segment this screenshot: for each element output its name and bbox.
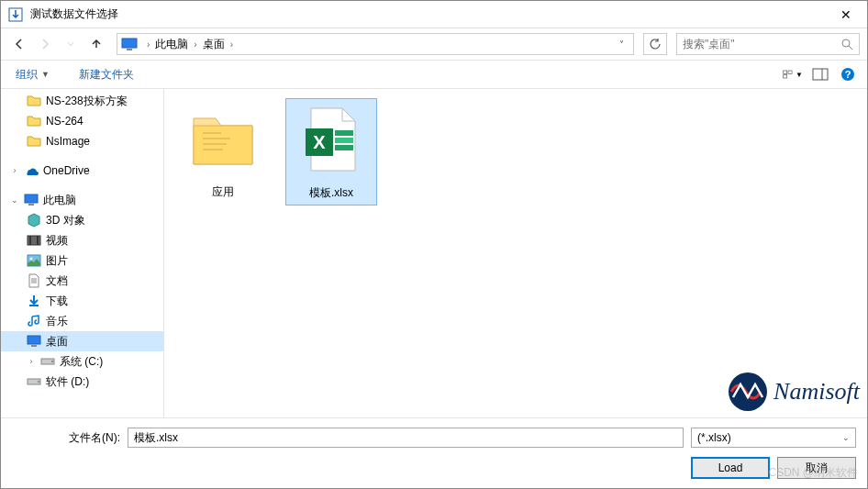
svg-rect-15: [37, 236, 39, 245]
view-mode-button[interactable]: ▼: [783, 65, 803, 83]
tree-item[interactable]: NS-264: [1, 111, 163, 131]
footer: 文件名(N): (*.xlsx)⌄ Load 取消: [1, 417, 867, 489]
svg-point-29: [729, 372, 767, 411]
drive-icon: [27, 374, 41, 389]
nav-bar: › 此电脑 › 桌面 › ˅: [1, 28, 867, 60]
main-area: NS-238投标方案 NS-264 NsImage ›OneDrive ⌄此电脑…: [1, 89, 867, 417]
window-title: 测试数据文件选择: [30, 6, 832, 22]
tree-item-documents[interactable]: 文档: [1, 271, 163, 291]
breadcrumb[interactable]: › 此电脑 › 桌面 › ˅: [117, 33, 634, 55]
expand-icon: ›: [10, 166, 19, 175]
brand-logo-icon: [728, 372, 768, 412]
tree-item-downloads[interactable]: 下载: [1, 291, 163, 311]
help-button[interactable]: ?: [838, 65, 858, 83]
svg-rect-14: [29, 236, 31, 245]
tree-onedrive[interactable]: ›OneDrive: [1, 161, 163, 181]
music-icon: [27, 314, 41, 328]
svg-text:?: ?: [845, 69, 851, 80]
document-icon: [27, 273, 41, 288]
search-input[interactable]: [683, 38, 840, 50]
filetype-filter[interactable]: (*.xlsx)⌄: [691, 428, 856, 448]
new-folder-button[interactable]: 新建文件夹: [73, 65, 139, 84]
svg-rect-7: [813, 69, 828, 80]
sidebar: NS-238投标方案 NS-264 NsImage ›OneDrive ⌄此电脑…: [1, 89, 164, 417]
svg-rect-1: [122, 39, 137, 48]
tree-item-drive-c[interactable]: ›系统 (C:): [1, 351, 163, 372]
tree-item-3d[interactable]: 3D 对象: [1, 210, 163, 230]
excel-icon: X: [295, 103, 368, 176]
svg-text:X: X: [313, 132, 326, 152]
chevron-right-icon: ›: [143, 39, 153, 50]
svg-rect-18: [28, 336, 40, 344]
svg-rect-6: [784, 75, 787, 78]
download-icon: [27, 294, 41, 308]
tree-item-music[interactable]: 音乐: [1, 311, 163, 331]
svg-rect-12: [28, 204, 34, 206]
tree-item[interactable]: NS-238投标方案: [1, 91, 163, 111]
title-bar: 测试数据文件选择 ✕: [1, 1, 867, 28]
up-button[interactable]: [85, 33, 107, 55]
recent-dropdown[interactable]: [60, 33, 82, 55]
svg-rect-4: [784, 71, 787, 73]
svg-rect-19: [31, 345, 37, 347]
collapse-icon: ⌄: [10, 195, 19, 205]
svg-rect-26: [335, 130, 353, 136]
svg-rect-27: [335, 138, 353, 143]
desktop-icon: [27, 334, 41, 349]
filename-input[interactable]: [128, 428, 684, 448]
svg-rect-11: [25, 194, 38, 203]
folder-icon: [186, 102, 260, 175]
csdn-watermark: CSDN @纳米软件: [768, 465, 858, 481]
file-pane[interactable]: 应用 X 模板.xlsx Namisoft: [164, 89, 867, 417]
svg-point-3: [842, 39, 850, 47]
toolbar: 组织 ▼ 新建文件夹 ▼ ?: [1, 60, 867, 89]
crumb-loc[interactable]: 桌面: [201, 37, 227, 52]
file-label: 模板.xlsx: [290, 185, 373, 201]
brand-text: Namisoft: [773, 378, 860, 406]
crumb-root[interactable]: 此电脑: [153, 37, 190, 52]
forward-button[interactable]: [34, 33, 56, 55]
tree-item-videos[interactable]: 视频: [1, 230, 163, 250]
search-icon: [840, 38, 853, 50]
chevron-right-icon: ›: [190, 39, 200, 50]
preview-pane-button[interactable]: [810, 65, 830, 83]
close-button[interactable]: ✕: [832, 7, 860, 22]
tree-item-pictures[interactable]: 图片: [1, 250, 163, 271]
file-item-xlsx[interactable]: X 模板.xlsx: [285, 98, 377, 206]
tree-item[interactable]: NsImage: [1, 131, 163, 151]
monitor-icon: [121, 38, 138, 50]
tree-item-drive-d[interactable]: 软件 (D:): [1, 372, 163, 392]
video-icon: [27, 233, 41, 248]
chevron-right-icon: ›: [227, 39, 237, 50]
folder-icon: [27, 134, 41, 149]
organize-button[interactable]: 组织 ▼: [10, 65, 55, 84]
folder-icon: [27, 114, 41, 128]
svg-rect-5: [788, 71, 792, 73]
tree-item-desktop[interactable]: 桌面: [1, 331, 163, 351]
onedrive-icon: [24, 163, 39, 178]
svg-point-17: [30, 258, 33, 261]
svg-rect-28: [335, 145, 353, 150]
back-button[interactable]: [8, 33, 30, 55]
monitor-icon: [24, 193, 39, 207]
file-label: 应用: [181, 184, 265, 200]
load-button[interactable]: Load: [691, 457, 770, 479]
tree-this-pc[interactable]: ⌄此电脑: [1, 190, 163, 210]
expand-icon: ›: [27, 357, 36, 366]
svg-point-23: [38, 381, 39, 383]
folder-icon: [27, 94, 41, 108]
app-icon: [8, 7, 23, 22]
file-item-folder[interactable]: 应用: [177, 98, 269, 204]
refresh-button[interactable]: [643, 33, 667, 55]
drive-icon: [40, 354, 55, 369]
svg-point-21: [51, 361, 53, 362]
picture-icon: [27, 253, 41, 268]
svg-rect-2: [127, 49, 132, 50]
filename-label: 文件名(N):: [12, 430, 120, 446]
cube-icon: [27, 213, 41, 228]
search-box[interactable]: [676, 33, 860, 55]
chevron-down-icon[interactable]: ˅: [614, 39, 629, 50]
brand-watermark: Namisoft: [728, 372, 860, 412]
